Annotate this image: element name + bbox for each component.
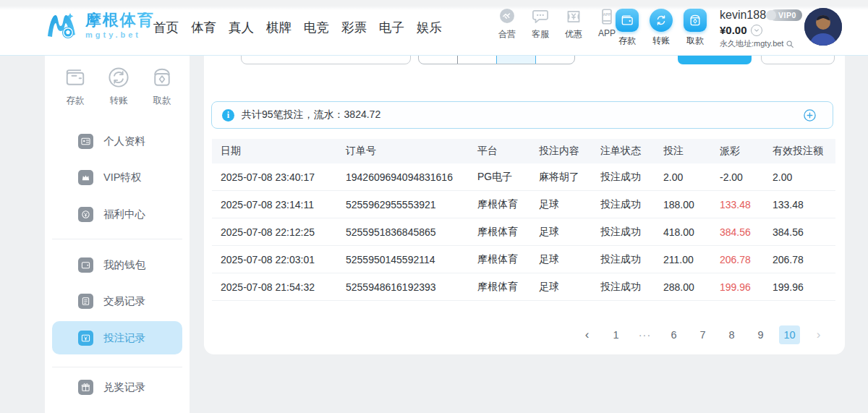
gift-icon <box>78 380 93 395</box>
sidebar-deposit-button[interactable]: 存款 <box>62 64 88 107</box>
cell-order_id: 1942609694094831616 <box>337 163 469 190</box>
transaction-record-icon <box>78 294 93 309</box>
nav-item-home[interactable]: 首页 <box>153 19 179 36</box>
pagination-next[interactable]: › <box>808 325 829 344</box>
cell-status: 投注成功 <box>592 273 655 300</box>
sidebar-quick-label: 存款 <box>67 95 85 107</box>
nav-item-slots[interactable]: 电子 <box>379 19 404 36</box>
magnifier-icon[interactable] <box>786 40 794 48</box>
cell-date: 2025-07-08 22:12:25 <box>212 218 337 245</box>
pagination-page-7[interactable]: 7 <box>692 325 713 344</box>
transfer-outline-icon <box>106 64 132 90</box>
crown-icon <box>78 170 93 185</box>
sidebar-item-label: 我的钱包 <box>103 258 145 272</box>
table-header-row: 日期订单号平台投注内容注单状态投注派彩有效投注额 <box>212 139 835 163</box>
segment-cell-4[interactable] <box>535 56 574 64</box>
sidebar-item-wallet[interactable]: 我的钱包 <box>52 249 182 281</box>
cell-status: 投注成功 <box>592 163 655 190</box>
cell-content: 足球 <box>530 218 592 245</box>
segment-cell-2[interactable] <box>457 56 496 64</box>
cell-platform: 摩根体育 <box>469 191 530 218</box>
sidebar-withdraw-button[interactable]: 取款 <box>149 64 175 107</box>
customer-service-link[interactable]: 客服 <box>528 7 553 41</box>
sidebar-item-benefits[interactable]: 福利中心 <box>52 198 182 230</box>
nav-item-board-games[interactable]: 棋牌 <box>266 19 292 36</box>
cell-platform: 摩根体育 <box>469 246 530 273</box>
quick-action-label: 存款 <box>618 35 636 47</box>
utility-links: 合营 客服 优惠 APP APP <box>495 7 619 41</box>
vip-badge: VIP0 <box>770 9 802 21</box>
cell-valid_amount: 384.56 <box>764 218 835 245</box>
sidebar-quick-label: 转账 <box>110 95 128 107</box>
pagination-page-6[interactable]: 6 <box>663 325 684 344</box>
quick-action-label: 转账 <box>652 35 670 47</box>
search-button[interactable] <box>678 56 752 64</box>
nav-item-entertainment[interactable]: 娱乐 <box>417 19 442 36</box>
username: kevin188 <box>720 9 766 22</box>
cell-stake: 188.00 <box>655 191 711 218</box>
quick-action-label: 取款 <box>686 35 704 47</box>
nav-item-esports[interactable]: 电竞 <box>304 19 329 36</box>
cell-content: 麻将胡了 <box>530 163 592 190</box>
cell-platform: PG电子 <box>469 163 530 190</box>
promotions-link[interactable]: 优惠 <box>561 7 586 41</box>
id-card-icon <box>78 134 93 149</box>
utility-label: APP <box>598 28 616 38</box>
cell-platform: 摩根体育 <box>469 218 530 245</box>
segment-cell-3-selected[interactable] <box>496 56 535 64</box>
cell-date: 2025-07-08 21:54:32 <box>212 273 337 300</box>
date-range-segment <box>418 56 575 64</box>
column-header: 派彩 <box>711 139 764 163</box>
logo-domain: mgty.bet <box>85 31 155 39</box>
user-avatar[interactable] <box>804 8 842 46</box>
nav-item-live-casino[interactable]: 真人 <box>229 19 254 36</box>
quick-actions: 存款 转账 取款 <box>615 9 707 47</box>
pagination-page-9[interactable]: 9 <box>750 325 771 344</box>
sidebar-quick-label: 取款 <box>153 95 171 107</box>
nav-item-lottery[interactable]: 彩票 <box>341 19 367 36</box>
column-header: 日期 <box>212 139 337 163</box>
reset-button[interactable] <box>761 56 835 64</box>
partner-link[interactable]: 合营 <box>495 7 519 41</box>
filter-search-input[interactable] <box>241 56 411 64</box>
pagination-page-10[interactable]: 10 <box>779 325 800 344</box>
segment-cell-1[interactable] <box>419 56 457 64</box>
plus-circle-icon[interactable] <box>803 108 817 122</box>
summary-banner: i 共计95笔投注，流水：3824.72 <box>211 101 833 129</box>
withdraw-icon <box>684 9 707 32</box>
withdraw-outline-icon <box>149 64 175 90</box>
customer-service-icon <box>531 7 550 26</box>
benefit-coin-icon <box>78 207 93 222</box>
sidebar: 存款 转账 取款 个人资料 VIP特权 福利中心 <box>45 56 190 413</box>
utility-label: 优惠 <box>565 28 582 41</box>
withdraw-button[interactable]: 取款 <box>683 9 707 47</box>
site-logo[interactable]: 摩根体育 mgty.bet <box>43 7 155 43</box>
column-header: 投注 <box>655 139 711 163</box>
cell-payout: 206.78 <box>711 246 764 273</box>
pagination: ‹1···678910› <box>576 324 829 346</box>
deposit-button[interactable]: 存款 <box>615 9 639 47</box>
column-header: 注单状态 <box>592 139 655 163</box>
transfer-button[interactable]: 转账 <box>649 9 673 47</box>
cell-order_id: 5255950145592114 <box>337 246 469 273</box>
sidebar-transfer-button[interactable]: 转账 <box>106 64 132 107</box>
chevron-down-icon[interactable] <box>751 25 762 36</box>
sidebar-item-profile[interactable]: 个人资料 <box>52 125 182 157</box>
sidebar-quick-actions: 存款 转账 取款 <box>45 56 190 107</box>
pagination-prev[interactable]: ‹ <box>576 325 597 344</box>
sidebar-item-transactions[interactable]: 交易记录 <box>52 285 182 317</box>
pagination-page-8[interactable]: 8 <box>721 325 742 344</box>
sidebar-item-vip[interactable]: VIP特权 <box>52 161 182 193</box>
column-header: 投注内容 <box>530 139 592 163</box>
permanent-address: 永久地址:mgty.bet <box>720 38 783 49</box>
cell-date: 2025-07-08 22:03:01 <box>212 246 337 273</box>
sidebar-item-prize-records[interactable]: 兑奖记录 <box>52 371 182 403</box>
nav-item-sports[interactable]: 体育 <box>191 19 216 36</box>
pagination-page-1[interactable]: 1 <box>605 325 626 344</box>
sidebar-item-label: VIP特权 <box>103 171 141 184</box>
main-nav: 首页 体育 真人 棋牌 电竞 彩票 电子 娱乐 <box>153 19 442 36</box>
bet-records-table: 日期订单号平台投注内容注单状态投注派彩有效投注额 2025-07-08 23:4… <box>212 139 835 301</box>
sidebar-item-bet-records[interactable]: 投注记录 <box>52 321 182 354</box>
deposit-outline-icon <box>62 64 88 90</box>
cell-status: 投注成功 <box>592 191 655 218</box>
